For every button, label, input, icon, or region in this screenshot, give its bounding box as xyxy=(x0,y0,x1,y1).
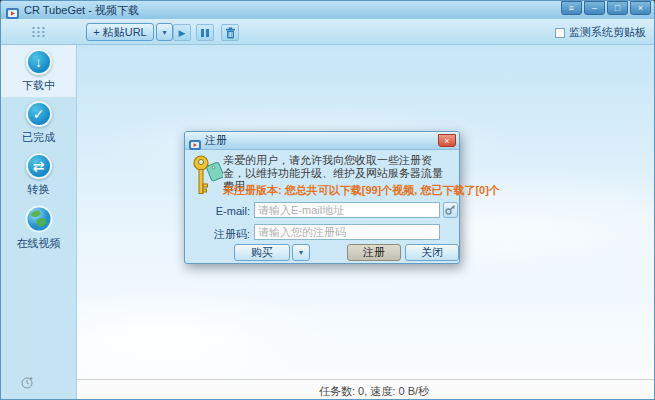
app-window: CR TubeGet - 视频下载 ≡ – □ × + 粘贴URL ▼ ▶ xyxy=(0,0,655,400)
app-icon xyxy=(6,5,19,16)
statusbar: 任务数: 0, 速度: 0 B/秒 xyxy=(77,379,654,399)
convert-icon: ⇄ xyxy=(26,153,52,179)
dialog-title: 注册 xyxy=(205,133,227,148)
checkbox-box[interactable] xyxy=(555,28,565,38)
scheduler-clock-icon[interactable] xyxy=(21,375,33,393)
window-title: CR TubeGet - 视频下载 xyxy=(24,3,139,18)
globe-icon xyxy=(25,205,53,233)
dialog-close-icon[interactable]: × xyxy=(438,134,456,147)
dialog-app-icon xyxy=(189,136,201,146)
monitor-clipboard-checkbox[interactable]: 监测系统剪贴板 xyxy=(555,25,646,40)
email-label: E-mail: xyxy=(208,205,250,217)
titlebar: CR TubeGet - 视频下载 ≡ – □ × xyxy=(1,1,654,19)
regcode-label: 注册码: xyxy=(208,227,250,242)
sidebar: ↓ 下载中 ✓ 已完成 ⇄ 转换 xyxy=(1,45,77,399)
sidebar-item-downloading[interactable]: ↓ 下载中 xyxy=(1,45,76,97)
register-button[interactable]: 注册 xyxy=(347,244,401,261)
start-download-button[interactable]: ▶ xyxy=(173,24,191,41)
sidebar-item-convert[interactable]: ⇄ 转换 xyxy=(1,149,76,201)
sidebar-item-online-video[interactable]: 在线视频 xyxy=(1,201,76,253)
check-icon: ✓ xyxy=(26,101,52,127)
regcode-input[interactable] xyxy=(254,224,440,240)
register-dialog: 注册 × 亲爱的用户，请允许我向您收取一些注册资金，以维持功能升级、维护及网站服… xyxy=(184,131,460,264)
minimize-button[interactable]: – xyxy=(584,1,605,15)
dialog-titlebar: 注册 × xyxy=(185,132,459,150)
sidebar-item-completed[interactable]: ✓ 已完成 xyxy=(1,97,76,149)
window-menu-button[interactable]: ≡ xyxy=(561,1,582,15)
email-input[interactable] xyxy=(254,202,440,218)
trash-icon xyxy=(225,27,236,39)
download-icon: ↓ xyxy=(26,49,52,75)
maximize-button[interactable]: □ xyxy=(607,1,628,15)
pause-icon xyxy=(201,29,204,37)
key-tag-icon xyxy=(193,154,223,202)
status-text: 任务数: 0, 速度: 0 B/秒 xyxy=(319,384,429,399)
paste-url-button[interactable]: + 粘贴URL xyxy=(86,23,154,41)
delete-task-button[interactable] xyxy=(221,24,239,41)
toolbar: + 粘贴URL ▼ ▶ 监测系统剪贴板 xyxy=(1,19,654,45)
close-button[interactable]: × xyxy=(630,1,651,15)
small-key-icon xyxy=(445,204,456,215)
buy-button[interactable]: 购买 xyxy=(234,244,290,261)
key-lookup-button[interactable] xyxy=(443,202,458,218)
drag-grip-icon[interactable] xyxy=(31,26,46,39)
window-controls: ≡ – □ × xyxy=(561,1,651,15)
paste-url-dropdown-button[interactable]: ▼ xyxy=(156,23,173,41)
buy-dropdown-button[interactable]: ▼ xyxy=(292,244,310,261)
play-icon: ▶ xyxy=(179,28,186,38)
pause-download-button[interactable] xyxy=(196,24,214,41)
dialog-close-button[interactable]: 关闭 xyxy=(405,244,459,261)
dialog-unregistered-notice: 未注册版本: 您总共可以下载[99]个视频, 您已下载了[0]个 xyxy=(223,183,455,198)
checkbox-label: 监测系统剪贴板 xyxy=(569,25,646,40)
